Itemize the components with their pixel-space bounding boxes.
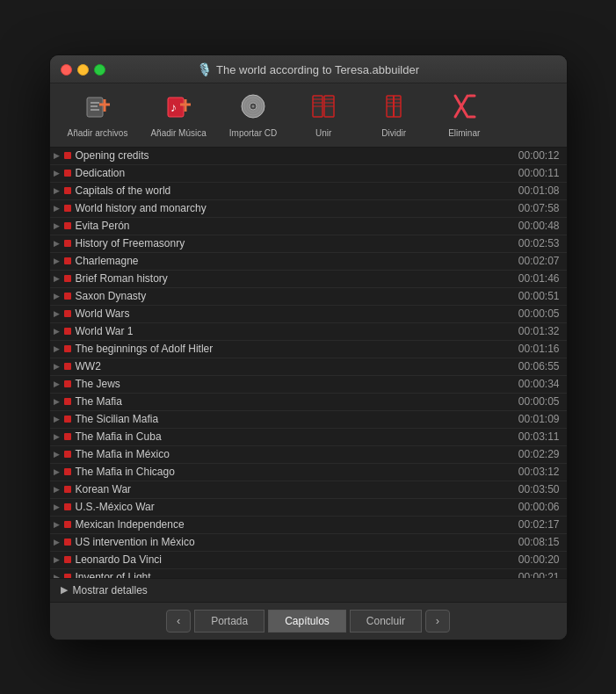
track-color-dot xyxy=(64,398,71,405)
track-color-dot xyxy=(64,187,71,194)
track-duration: 00:03:50 xyxy=(511,483,560,495)
tab-portada[interactable]: Portada xyxy=(194,610,265,633)
track-color-dot xyxy=(64,240,71,247)
track-name: The Mafia in México xyxy=(76,448,511,460)
track-name: Mexican Independence xyxy=(76,518,511,531)
expand-icon: ▶ xyxy=(54,538,64,546)
track-duration: 00:02:17 xyxy=(511,518,560,531)
track-row[interactable]: ▶ Brief Roman history 00:01:46 xyxy=(50,271,567,288)
track-row[interactable]: ▶ The Mafia in México 00:02:29 xyxy=(50,446,567,464)
track-row[interactable]: ▶ Saxon Dynasty 00:00:51 xyxy=(50,288,567,306)
close-button[interactable] xyxy=(61,64,72,76)
track-duration: 00:02:53 xyxy=(511,237,560,249)
toolbar: Añadir archivos ♪ Añadir Música xyxy=(50,83,567,148)
track-row[interactable]: ▶ US intervention in México 00:08:15 xyxy=(50,534,567,552)
minimize-button[interactable] xyxy=(77,64,89,76)
track-duration: 00:00:21 xyxy=(511,571,560,578)
track-color-dot xyxy=(64,257,71,264)
track-color-dot xyxy=(64,170,71,177)
track-color-dot xyxy=(64,574,71,578)
divide-button[interactable]: Dividir xyxy=(363,89,424,141)
track-color-dot xyxy=(64,521,71,528)
track-name: World history and monarchy xyxy=(76,202,511,214)
expand-icon: ▶ xyxy=(54,450,64,459)
track-color-dot xyxy=(64,363,71,370)
track-row[interactable]: ▶ World War 1 00:01:32 xyxy=(50,323,567,341)
track-name: US intervention in México xyxy=(76,536,511,548)
track-row[interactable]: ▶ Opening credits 00:00:12 xyxy=(50,148,567,165)
track-row[interactable]: ▶ WW2 00:06:55 xyxy=(50,358,567,376)
track-list[interactable]: ▶ Opening credits 00:00:12 ▶ Dedication … xyxy=(50,148,567,578)
track-name: Evita Perón xyxy=(76,220,511,232)
bottom-nav: ‹ Portada Capítulos Concluir › xyxy=(50,603,567,640)
track-color-dot xyxy=(64,310,71,317)
import-cd-button[interactable]: Importar CD xyxy=(222,89,284,141)
track-name: World Wars xyxy=(76,307,511,320)
track-row[interactable]: ▶ History of Freemasonry 00:02:53 xyxy=(50,235,567,253)
track-row[interactable]: ▶ World Wars 00:00:05 xyxy=(50,306,567,323)
track-row[interactable]: ▶ Mexican Independence 00:02:17 xyxy=(50,517,567,534)
track-row[interactable]: ▶ The Mafia 00:00:05 xyxy=(50,394,567,411)
track-name: The Mafia xyxy=(76,395,511,408)
prev-button[interactable]: ‹ xyxy=(166,610,191,633)
expand-icon: ▶ xyxy=(54,327,64,336)
track-row[interactable]: ▶ Leonardo Da Vinci 00:00:20 xyxy=(50,552,567,569)
track-row[interactable]: ▶ Capitals of the world 00:01:08 xyxy=(50,183,567,200)
main-window: 🎙️ The world according to Teresa.abbuild… xyxy=(49,54,568,640)
details-label: Mostrar detalles xyxy=(73,584,148,596)
track-name: World War 1 xyxy=(76,325,511,337)
track-duration: 00:01:46 xyxy=(511,272,560,285)
divide-icon xyxy=(380,92,408,125)
track-duration: 00:01:08 xyxy=(511,184,560,197)
add-music-button[interactable]: ♪ Añadir Música xyxy=(143,89,213,141)
track-color-dot xyxy=(64,205,71,212)
window-title: 🎙️ The world according to Teresa.abbuild… xyxy=(197,62,419,76)
expand-icon: ▶ xyxy=(54,274,64,283)
track-row[interactable]: ▶ Evita Perón 00:00:48 xyxy=(50,218,567,235)
track-row[interactable]: ▶ U.S.-México War 00:00:06 xyxy=(50,499,567,517)
track-row[interactable]: ▶ Dedication 00:00:11 xyxy=(50,165,567,183)
track-row[interactable]: ▶ The Sicilian Mafia 00:01:09 xyxy=(50,411,567,429)
track-color-dot xyxy=(64,222,71,229)
tab-concluir[interactable]: Concluir xyxy=(350,610,422,633)
delete-button[interactable]: Eliminar xyxy=(433,89,495,141)
track-duration: 00:00:06 xyxy=(511,501,560,513)
track-duration: 00:00:51 xyxy=(511,290,560,302)
track-row[interactable]: ▶ The beginnings of Adolf Hitler 00:01:1… xyxy=(50,341,567,358)
expand-icon: ▶ xyxy=(54,432,64,441)
track-row[interactable]: ▶ Inventor of Light 00:00:21 xyxy=(50,569,567,578)
tab-capitulos[interactable]: Capítulos xyxy=(268,610,346,633)
track-name: The beginnings of Adolf Hitler xyxy=(76,343,511,355)
track-row[interactable]: ▶ The Mafia in Chicago 00:03:12 xyxy=(50,464,567,481)
expand-icon: ▶ xyxy=(54,502,64,511)
track-row[interactable]: ▶ The Mafia in Cuba 00:03:11 xyxy=(50,429,567,446)
join-icon xyxy=(309,92,337,125)
track-name: Korean War xyxy=(76,483,511,495)
track-row[interactable]: ▶ World history and monarchy 00:07:58 xyxy=(50,200,567,218)
expand-icon: ▶ xyxy=(54,204,64,213)
track-row[interactable]: ▶ The Jews 00:00:34 xyxy=(50,376,567,394)
details-bar[interactable]: ▶ Mostrar detalles xyxy=(50,578,567,603)
expand-icon: ▶ xyxy=(54,467,64,476)
track-duration: 00:00:11 xyxy=(511,167,560,179)
track-color-dot xyxy=(64,433,71,440)
maximize-button[interactable] xyxy=(94,64,105,76)
track-duration: 00:01:32 xyxy=(511,325,560,337)
track-duration: 00:02:29 xyxy=(511,448,560,460)
track-row[interactable]: ▶ Charlemagne 00:02:07 xyxy=(50,253,567,271)
expand-icon: ▶ xyxy=(54,151,64,160)
import-cd-label: Importar CD xyxy=(229,128,277,138)
track-name: Inventor of Light xyxy=(76,571,511,578)
join-button[interactable]: Unir xyxy=(293,89,354,141)
track-row[interactable]: ▶ Korean War 00:03:50 xyxy=(50,481,567,499)
add-files-button[interactable]: Añadir archivos xyxy=(61,89,135,141)
track-color-dot xyxy=(64,539,71,546)
next-button[interactable]: › xyxy=(425,610,450,633)
track-duration: 00:00:05 xyxy=(511,307,560,320)
track-color-dot xyxy=(64,468,71,475)
track-name: Dedication xyxy=(76,167,511,179)
add-music-icon: ♪ xyxy=(164,92,192,125)
track-duration: 00:00:05 xyxy=(511,395,560,408)
expand-icon: ▶ xyxy=(54,573,64,578)
svg-point-12 xyxy=(252,105,255,107)
